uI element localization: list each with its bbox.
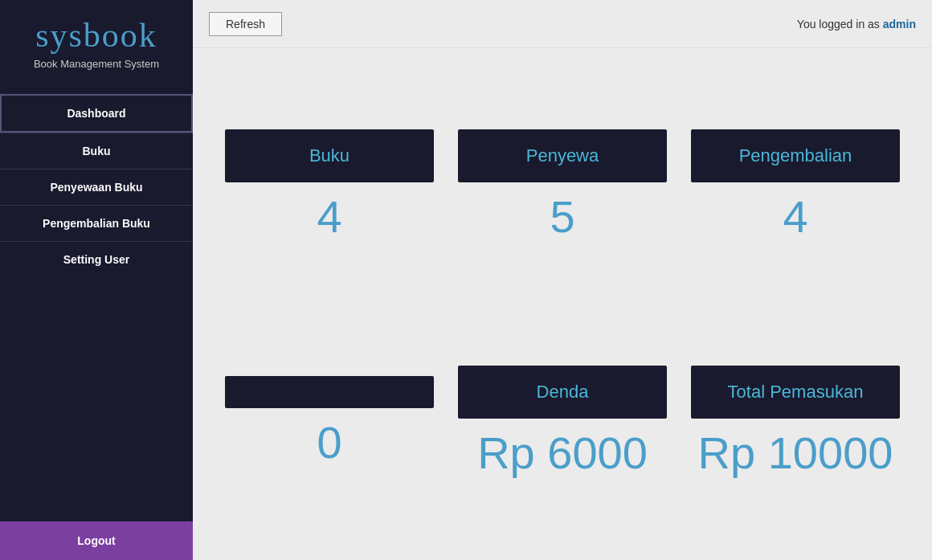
stat-label-buku: Buku: [225, 129, 434, 182]
app-subtitle: Book Management System: [34, 58, 159, 70]
sidebar: sysbook Book Management System Dashboard…: [0, 0, 193, 560]
dashboard-grid: Buku 4 Penyewa 5 Pengembalian 4 0 Denda …: [193, 48, 932, 560]
stat-card-penyewa: Penyewa 5: [458, 80, 667, 292]
stat-label-denda: Denda: [458, 366, 667, 419]
stat-value-buku: 4: [225, 190, 434, 243]
sidebar-item-setting-user[interactable]: Setting User: [0, 241, 193, 277]
stat-label-reversed: [225, 376, 434, 408]
stat-card-denda: Denda Rp 6000: [458, 317, 667, 529]
sidebar-item-pengembalian-buku[interactable]: Pengembalian Buku: [0, 205, 193, 241]
stat-card-total-pemasukan: Total Pemasukan Rp 10000: [691, 317, 900, 529]
stat-value-total-pemasukan: Rp 10000: [691, 427, 900, 479]
stat-card-reversed: 0: [225, 317, 434, 529]
stat-card-pengembalian: Pengembalian 4: [691, 80, 900, 292]
app-title: sysbook: [35, 16, 157, 55]
stat-value-denda: Rp 6000: [458, 427, 667, 479]
stat-label-penyewa: Penyewa: [458, 129, 667, 182]
stat-value-penyewa: 5: [458, 190, 667, 243]
logged-in-text: You logged in as: [797, 18, 880, 31]
sidebar-item-dashboard[interactable]: Dashboard: [0, 94, 193, 133]
logout-button[interactable]: Logout: [0, 521, 193, 560]
refresh-button[interactable]: Refresh: [209, 12, 282, 36]
stat-value-pengembalian: 4: [691, 190, 900, 243]
stat-label-total-pemasukan: Total Pemasukan: [691, 366, 900, 419]
sidebar-item-buku[interactable]: Buku: [0, 133, 193, 169]
topbar: Refresh You logged in as admin: [193, 0, 932, 48]
stat-label-pengembalian: Pengembalian: [691, 129, 900, 182]
username-link[interactable]: admin: [883, 18, 916, 31]
main-content: Refresh You logged in as admin Buku 4 Pe…: [193, 0, 932, 560]
stat-card-buku: Buku 4: [225, 80, 434, 292]
user-info: You logged in as admin: [797, 18, 916, 31]
stat-value-reversed: 0: [225, 416, 434, 468]
sidebar-item-penyewaan-buku[interactable]: Penyewaan Buku: [0, 169, 193, 205]
